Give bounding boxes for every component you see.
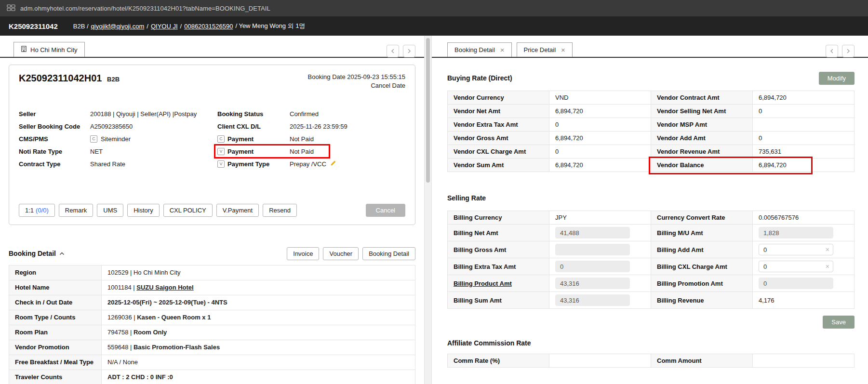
noti-rate-type-row: Noti Rate Type NET [19,145,217,158]
commission-head: Affiliate Commission Rate [447,336,855,350]
field-label: Payment Type [227,160,269,168]
tab-booking-detail[interactable]: Booking Detail × [447,42,512,57]
ums-button[interactable]: UMS [97,204,123,217]
cancel-button[interactable]: Cancel [366,204,405,217]
billing-cxl-charge-amt-input[interactable] [759,261,833,272]
close-icon[interactable]: × [561,46,565,53]
clear-icon[interactable]: × [826,246,829,253]
table-row: Region 102529 | Ho Chi Minh City [9,265,415,280]
table-row: Billing Currency JPY Currency Convert Ra… [448,211,855,225]
booking-card: K25092311042H01 B2B Booking Date 2025-09… [9,65,415,225]
row-value: 0 [753,105,855,118]
row-label: Vendor MSP Amt [651,118,753,132]
row-label: Vendor Contract Amt [651,91,753,105]
history-button[interactable]: History [127,204,159,217]
guest-name-label: / Yew Meng Wong 외 1명 [235,22,305,30]
prev-tab-button[interactable] [387,45,399,57]
clear-icon[interactable]: × [826,263,829,270]
seller-booking-code-row: Seller Booking Code A25092385650 [19,120,217,132]
c-tag-icon: C [90,135,97,143]
row-label: Vendor Gross Amt [448,132,549,145]
close-icon[interactable]: × [500,46,505,53]
table-row: Vendor Gross Amt 6,894,720 Vendor Add Am… [448,132,855,145]
voucher-button[interactable]: Voucher [323,247,359,260]
payment-type-row: V Payment Type Prepay /VCC [217,158,405,170]
row-label: Hotel Name [9,280,102,295]
next-tab-button[interactable] [403,45,415,57]
selling-rate-table: Billing Currency JPY Currency Convert Ra… [447,211,855,309]
left-tab-bar: Ho Chi Minh City [0,36,424,58]
hotel-name-link[interactable]: SUZU Saigon Hotel [136,284,193,291]
modify-button[interactable]: Modify [819,72,855,85]
resend-button[interactable]: Resend [263,204,297,217]
row-label: Comm Amount [651,354,753,368]
company-link[interactable]: QIYOU JI [151,23,178,30]
table-row: Room Type / Counts 1269036 | Kasen - Que… [9,310,415,325]
billing-extra-tax-amt-input[interactable] [555,261,630,272]
scrollbar-thumb[interactable] [426,38,430,183]
billing-product-amt-input[interactable] [555,278,630,289]
buying-rate-table: Vendor Currency VND Vendor Contract Amt … [447,91,855,172]
table-row: Vendor Extra Tax Amt 0 Vendor MSP Amt [448,118,855,132]
v-payment-button[interactable]: V.Payment [216,204,259,217]
billing-gross-amt-input[interactable] [555,244,630,255]
table-row: Billing Product Amt Billing Promotion Am… [448,275,855,292]
invoice-button[interactable]: Invoice [287,247,319,260]
chevron-left-icon [829,48,835,54]
billing-mu-amt-input[interactable] [759,227,833,238]
table-row: Vendor Currency VND Vendor Contract Amt … [448,91,855,105]
right-tab-bar: Booking Detail × Price Detail × [432,36,868,58]
billing-promotion-amt-input[interactable] [759,278,833,289]
edit-pencil-icon[interactable] [330,160,336,168]
buying-rate-title: Buying Rate (Direct) [447,74,512,82]
save-button[interactable]: Save [823,316,855,329]
row-value: 6,894,720 [549,159,651,172]
prev-tab-button[interactable] [826,45,838,57]
tab-price-detail[interactable]: Price Detail × [517,42,573,57]
row-value: 6,894,720 [549,132,651,145]
separator: / [147,23,148,30]
contract-type-row: Contract Type Shared Rate [19,158,217,170]
billing-sum-amt-input[interactable] [555,294,630,306]
booking-detail-button[interactable]: Booking Detail [362,247,415,260]
vendor-payment-row: V Payment Not Paid [217,145,405,158]
price-detail-content: Buying Rate (Direct) Modify Vendor Curre… [432,58,868,368]
field-label: CMS/PMS [19,135,90,143]
table-row: Vendor Promotion 559648 | Basic Promotio… [9,340,415,355]
next-tab-button[interactable] [842,45,855,57]
phone-link[interactable]: 00862031526590 [184,23,233,30]
cancel-date-label: Cancel Date [308,81,405,90]
field-value: Confirmed [290,110,319,118]
url-text[interactable]: adm.ohmyhotel.com/reservation/hotel/K250… [20,5,270,12]
save-row: Save [447,316,855,329]
remark-button[interactable]: Remark [59,204,93,217]
table-row: Comm Rate (%) Comm Amount [448,354,855,368]
client-payment-row: C Payment Not Paid [217,132,405,145]
seller-email-link[interactable]: qiyojikf@qiyoji.com [91,23,145,30]
chevron-right-icon [406,48,412,54]
billing-net-amt-input[interactable] [555,227,630,238]
row-label: Billing Add Amt [651,241,753,258]
vertical-scrollbar[interactable] [424,36,432,384]
booking-detail-title[interactable]: Booking Detail [9,250,65,257]
billing-add-amt-input[interactable] [759,244,833,255]
row-label: Vendor Sum Amt [448,159,549,172]
row-value: N/A / None [102,355,415,370]
right-panel: Booking Detail × Price Detail × [432,36,868,384]
left-panel: Ho Chi Minh City K25092311042H01 B2B [0,36,424,384]
one-to-one-button[interactable]: 1:1 (0/0) [19,204,55,217]
tab-groups-icon[interactable] [7,4,15,13]
commission-table: Comm Rate (%) Comm Amount [447,354,855,368]
row-value: 0 [753,132,855,145]
row-label: Free Breakfast / Meal Type [9,355,102,370]
row-label: Vendor Revenue Amt [651,145,753,159]
billing-product-amt-link[interactable]: Billing Product Amt [448,275,549,292]
row-value: ADT : 2 CHD : 0 INF :0 [102,370,415,384]
cxl-policy-button[interactable]: CXL POLICY [163,204,213,217]
seller-row: Seller 200188 | Qiyouji | Seller(API) |P… [19,107,217,120]
field-label: Payment [227,135,254,143]
field-value: Shared Rate [90,160,125,168]
row-label: Billing Currency [448,211,549,225]
field-value: Prepay /VCC [290,160,326,168]
tab-ho-chi-minh-city[interactable]: Ho Chi Minh City [13,42,85,57]
